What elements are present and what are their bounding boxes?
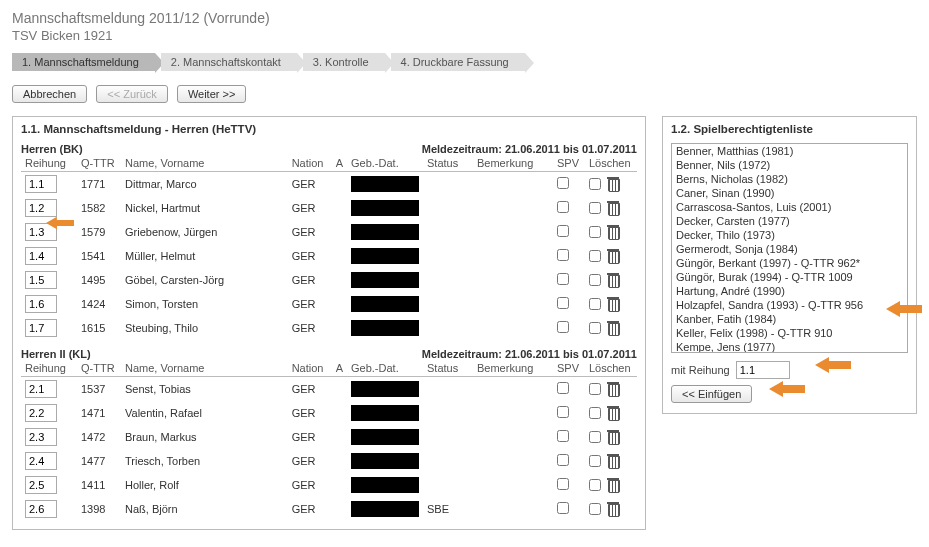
spv-checkbox[interactable] [557,297,569,309]
col-a: A [332,155,347,172]
spv-checkbox[interactable] [557,201,569,213]
rank-input[interactable] [25,380,57,398]
spv-checkbox[interactable] [557,454,569,466]
cell-a [332,401,347,425]
delete-checkbox[interactable] [589,202,601,214]
rank-input[interactable] [25,452,57,470]
list-item[interactable]: Güngör, Burak (1994) - Q-TTR 1009 [672,270,907,284]
wizard-step[interactable]: 1. Mannschaftsmeldung [12,53,155,71]
wizard-step[interactable]: 3. Kontrolle [303,53,385,71]
rank-input[interactable] [25,428,57,446]
delete-checkbox[interactable] [589,274,601,286]
rank-input[interactable] [25,271,57,289]
cell-name: Triesch, Torben [121,449,288,473]
trash-icon[interactable] [607,201,619,215]
rank-input[interactable] [25,175,57,193]
rank-input[interactable] [25,295,57,313]
cell-name: Senst, Tobias [121,377,288,402]
with-rank-input[interactable] [736,361,790,379]
rank-input[interactable] [25,404,57,422]
trash-icon[interactable] [607,225,619,239]
trash-icon[interactable] [607,430,619,444]
trash-icon[interactable] [607,454,619,468]
spv-checkbox[interactable] [557,502,569,514]
trash-icon[interactable] [607,478,619,492]
spv-checkbox[interactable] [557,249,569,261]
eligible-listbox[interactable]: Benner, Matthias (1981)Benner, Nils (197… [671,143,908,353]
list-item[interactable]: Kanber, Fatih (1984) [672,312,907,326]
team-table: ReihungQ-TTRName, VornameNationAGeb.-Dat… [21,155,637,340]
list-item[interactable]: Decker, Carsten (1977) [672,214,907,228]
next-button[interactable]: Weiter >> [177,85,247,103]
spv-checkbox[interactable] [557,478,569,490]
list-item[interactable]: Keller, Felix (1998) - Q-TTR 910 [672,326,907,340]
list-item[interactable]: Güngör, Berkant (1997) - Q-TTR 962* [672,256,907,270]
cell-bemerkung [473,196,553,220]
list-item[interactable]: Holzapfel, Sandra (1993) - Q-TTR 956 [672,298,907,312]
left-panel-title: 1.1. Mannschaftsmeldung - Herren (HeTTV) [21,123,637,135]
rank-input[interactable] [25,500,57,518]
rank-input[interactable] [25,223,57,241]
spv-checkbox[interactable] [557,177,569,189]
list-item[interactable]: Germerodt, Sonja (1984) [672,242,907,256]
delete-checkbox[interactable] [589,250,601,262]
rank-input[interactable] [25,199,57,217]
list-item[interactable]: Benner, Nils (1972) [672,158,907,172]
delete-checkbox[interactable] [589,503,601,515]
trash-icon[interactable] [607,382,619,396]
cell-a [332,292,347,316]
delete-checkbox[interactable] [589,407,601,419]
cell-a [332,473,347,497]
list-item[interactable]: Benner, Matthias (1981) [672,144,907,158]
cell-qttr: 1582 [77,196,121,220]
spv-checkbox[interactable] [557,382,569,394]
list-item[interactable]: Decker, Thilo (1973) [672,228,907,242]
wizard-step[interactable]: 4. Druckbare Fassung [391,53,525,71]
cell-status [423,401,473,425]
list-item[interactable]: Carrascosa-Santos, Luis (2001) [672,200,907,214]
trash-icon[interactable] [607,273,619,287]
col-status: Status [423,155,473,172]
cell-status [423,244,473,268]
cancel-button[interactable]: Abbrechen [12,85,87,103]
insert-button[interactable]: << Einfügen [671,385,752,403]
col-nation: Nation [288,360,332,377]
cell-qttr: 1411 [77,473,121,497]
trash-icon[interactable] [607,177,619,191]
trash-icon[interactable] [607,502,619,516]
delete-checkbox[interactable] [589,178,601,190]
trash-icon[interactable] [607,406,619,420]
cell-name: Dittmar, Marco [121,172,288,197]
list-item[interactable]: Caner, Sinan (1990) [672,186,907,200]
cell-qttr: 1495 [77,268,121,292]
spv-checkbox[interactable] [557,273,569,285]
delete-checkbox[interactable] [589,226,601,238]
spv-checkbox[interactable] [557,321,569,333]
delete-checkbox[interactable] [589,383,601,395]
spv-checkbox[interactable] [557,430,569,442]
rank-input[interactable] [25,247,57,265]
cell-nation: GER [288,497,332,521]
delete-checkbox[interactable] [589,431,601,443]
list-item[interactable]: Hartung, André (1990) [672,284,907,298]
cell-bemerkung [473,449,553,473]
delete-checkbox[interactable] [589,322,601,334]
rank-input[interactable] [25,476,57,494]
delete-checkbox[interactable] [589,455,601,467]
rank-input[interactable] [25,319,57,337]
col-spv: SPV [553,155,585,172]
spv-checkbox[interactable] [557,406,569,418]
list-item[interactable]: Kempe, Jens (1977) [672,340,907,353]
cell-status [423,220,473,244]
trash-icon[interactable] [607,297,619,311]
delete-checkbox[interactable] [589,479,601,491]
cell-nation: GER [288,473,332,497]
wizard-step[interactable]: 2. Mannschaftskontakt [161,53,297,71]
list-item[interactable]: Berns, Nicholas (1982) [672,172,907,186]
trash-icon[interactable] [607,321,619,335]
cell-bemerkung [473,172,553,197]
delete-checkbox[interactable] [589,298,601,310]
cell-status [423,172,473,197]
trash-icon[interactable] [607,249,619,263]
spv-checkbox[interactable] [557,225,569,237]
